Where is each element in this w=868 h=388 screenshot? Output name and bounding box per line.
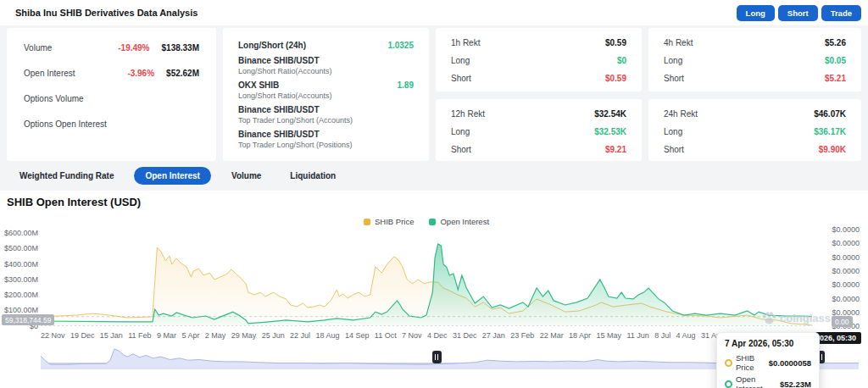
stat-label: Options Open Interest <box>24 119 107 129</box>
x-axis-label: 2 May <box>205 331 226 340</box>
stat-value: $138.33M <box>162 43 199 53</box>
main-chart-plot[interactable] <box>41 229 812 326</box>
short-button[interactable]: Short <box>778 5 818 21</box>
rekt-total: $5.26 <box>825 38 846 47</box>
legend-item[interactable]: SHIB Price <box>364 217 414 226</box>
y-right-label: $0.0000 <box>814 295 860 303</box>
rekt-card-1h: 1h Rekt$0.59Long$0Short$0.59 <box>436 28 642 91</box>
rekt-short-row: Short$0.59 <box>451 69 626 87</box>
rekt-long-value: $36.17K <box>814 127 846 136</box>
tooltip-series-label: Open Interest <box>736 374 780 388</box>
stat-label: Options Volume <box>24 94 84 103</box>
ratio-row: Binance SHIB/USDTTop Trader Long/Short (… <box>238 105 414 130</box>
right-axis-current-value-badge: 0.00 <box>832 316 853 327</box>
legend-item[interactable]: Open Interest <box>429 217 489 226</box>
rekt-title: 12h Rekt <box>451 109 485 119</box>
market-stat-row: Open Interest-3.96%$52.62M <box>24 60 199 86</box>
rekt-long-label: Long <box>451 127 470 136</box>
tab-liquidation[interactable]: Liquidation <box>281 167 344 185</box>
x-axis-label: 11 Oct <box>375 331 397 340</box>
rekt-short-row: Short$9.21 <box>451 141 626 158</box>
header-buttons: Long Short Trade <box>737 5 861 21</box>
navigator-left-handle[interactable] <box>432 351 442 363</box>
paw-icon <box>761 310 777 325</box>
y-right-label: $0.0000 <box>814 253 860 262</box>
chart-title: SHIB Open Interest (USD) <box>7 196 141 208</box>
ratio-labels: Binance SHIB/USDTTop Trader Long/Short (… <box>238 130 353 149</box>
rekt-short-label: Short <box>451 74 471 83</box>
market-stat-row: Volume-19.49%$138.33M <box>24 35 199 60</box>
tab-weighted-funding-rate[interactable]: Weighted Funding Rate <box>11 167 122 185</box>
ratio-subtitle: Long/Short Ratio(Accounts) <box>238 67 332 75</box>
x-axis-label: 23 Feb <box>510 331 534 340</box>
ratio-value: 1.89 <box>398 80 414 90</box>
x-axis-label: 25 Jun <box>262 331 285 340</box>
rekt-long-row: Long$0 <box>451 52 626 69</box>
tooltip-series-dot <box>725 380 732 388</box>
tooltip-row: Open Interest$52.23M <box>725 374 811 388</box>
rekt-card-24h: 24h Rekt$46.07KLong$36.17KShort$9.90K <box>648 99 861 161</box>
x-axis-label: 11 Feb <box>128 331 151 340</box>
ratio-subtitle: Top Trader Long/Short (Positions) <box>238 141 353 149</box>
stat-values: -19.49%$138.33M <box>118 43 199 53</box>
ratio-labels: Binance SHIB/USDTLong/Short Ratio(Accoun… <box>238 56 332 75</box>
x-axis-label: 9 Mar <box>157 331 176 340</box>
rekt-long-value: $0 <box>617 56 626 65</box>
x-axis-label: 4 Dec <box>427 331 448 340</box>
x-axis-label: 18 Aug <box>315 331 339 340</box>
x-axis-label: 29 May <box>231 331 257 340</box>
y-left-label: $600.00M <box>0 229 38 237</box>
rekt-short-label: Short <box>451 145 471 154</box>
ratio-title: Binance SHIB/USDT <box>238 130 353 139</box>
ratio-title: OKX SHIB <box>238 80 332 90</box>
rekt-title: 24h Rekt <box>664 109 698 119</box>
ratio-title: Binance SHIB/USDT <box>238 105 353 114</box>
rekt-short-value: $9.90K <box>819 145 846 154</box>
rekt-short-value: $9.21 <box>605 145 626 154</box>
rekt-title-row: 1h Rekt$0.59 <box>451 33 626 52</box>
rekt-short-value: $5.21 <box>825 74 846 83</box>
ratio-subtitle: Top Trader Long/Short (Accounts) <box>238 116 353 125</box>
x-axis-label: 18 Apr <box>569 331 591 340</box>
market-stats-card: Volume-19.49%$138.33MOpen Interest-3.96%… <box>7 28 216 161</box>
chart-tabs: Weighted Funding RateOpen InterestVolume… <box>11 167 344 185</box>
ratio-subtitle: Long/Short Ratio(Accounts) <box>238 91 332 100</box>
chart-tooltip: 7 Apr 2026, 05:30 SHIB Price$0.0000058Op… <box>716 332 820 388</box>
rekt-title: 4h Rekt <box>664 38 693 47</box>
stat-change-pct: -3.96% <box>127 69 154 78</box>
market-stat-row: Options Open Interest <box>24 111 199 136</box>
stat-label: Open Interest <box>24 69 75 78</box>
stat-value: $52.62M <box>166 69 199 78</box>
rekt-long-row: Long$0.05 <box>664 52 846 69</box>
y-left-label: $500.00M <box>0 244 38 252</box>
ratio-row: OKX SHIBLong/Short Ratio(Accounts)1.89 <box>238 80 414 105</box>
rekt-total: $0.59 <box>605 38 626 47</box>
rekt-long-label: Long <box>451 56 470 65</box>
trade-button[interactable]: Trade <box>821 5 861 21</box>
rekt-long-row: Long$32.53K <box>451 123 626 141</box>
rekt-short-label: Short <box>664 74 684 83</box>
y-left-label: $400.00M <box>0 260 38 269</box>
long-button[interactable]: Long <box>737 5 775 21</box>
rekt-total: $46.07K <box>814 109 846 119</box>
x-axis-label: 14 Sep <box>345 331 370 340</box>
y-right-label: $0.0000 <box>814 239 860 247</box>
market-stat-row: Options Volume <box>24 86 199 111</box>
x-axis-label: 19 Dec <box>70 331 95 340</box>
chart-legend: SHIB PriceOpen Interest <box>41 217 812 226</box>
y-left-label: $100.00M <box>0 306 38 314</box>
ratio-labels: Binance SHIB/USDTTop Trader Long/Short (… <box>238 105 353 125</box>
tab-open-interest[interactable]: Open Interest <box>134 167 210 185</box>
tab-volume[interactable]: Volume <box>223 167 270 185</box>
rekt-title-row: 12h Rekt$32.54K <box>451 104 626 123</box>
stat-label: Volume <box>24 43 52 53</box>
x-axis-label: 15 May <box>596 331 621 340</box>
rekt-card-12h: 12h Rekt$32.54KLong$32.53KShort$9.21 <box>436 99 642 161</box>
y-right-label: $0.0000 <box>814 280 860 289</box>
x-axis-label: 31 Dec <box>453 331 477 340</box>
ratio-labels: OKX SHIBLong/Short Ratio(Accounts) <box>238 80 332 100</box>
rekt-total: $32.54K <box>594 109 626 119</box>
x-axis-label: 22 Mar <box>540 331 564 340</box>
long-short-ratios-card: Long/Short (24h)1.0325Binance SHIB/USDTL… <box>223 28 429 161</box>
ratio-row: Long/Short (24h)1.0325 <box>238 34 414 56</box>
